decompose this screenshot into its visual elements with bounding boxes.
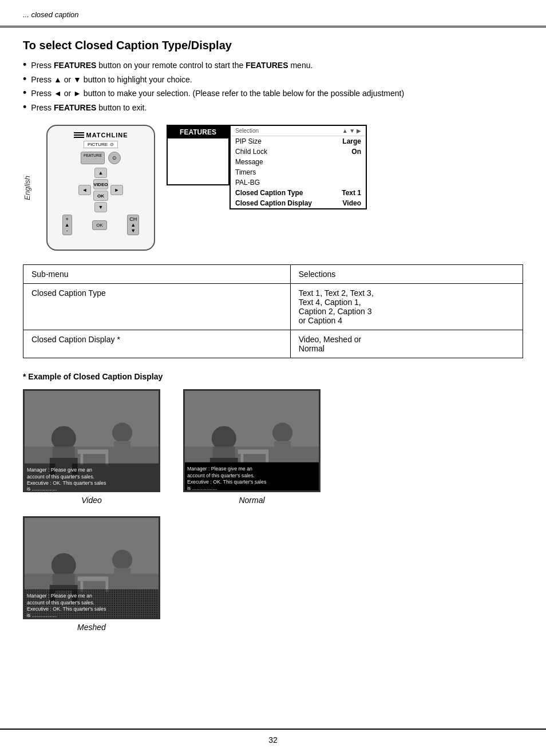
features-body [168, 138, 228, 184]
svg-text:Manager : Please give me an: Manager : Please give me an [27, 593, 92, 599]
message-label: Message [235, 158, 263, 166]
menu-item-pip-size: PIP Size Large [231, 136, 366, 147]
remote-top-buttons: FEATURE ⊙ [52, 152, 149, 164]
remote-screen-label: PICTURE ⊙ [84, 141, 118, 148]
timers-label: Timers [235, 168, 256, 176]
normal-example-label: Normal [239, 496, 264, 505]
menu-item-message: Message [231, 157, 366, 167]
svg-text:is ..................: is .................. [27, 612, 57, 618]
tv-frame-meshed: Manager : Please give me an account of t… [23, 516, 160, 619]
svg-rect-4 [50, 458, 78, 464]
meshed-example-block: Manager : Please give me an account of t… [23, 516, 160, 632]
circle-btn[interactable]: ⊙ [108, 152, 121, 164]
remote-bottom-row: +▲- OK CH▲▼ [52, 215, 149, 235]
section-title: To select Closed Caption Type/Display [23, 39, 523, 52]
nav-ok-button[interactable]: VIDEO [93, 179, 108, 189]
list-item: • Press ◄ or ► button to make your selec… [23, 88, 523, 100]
bullet-text-3: Press ◄ or ► button to make your selecti… [31, 88, 404, 100]
nav-row-bottom: ▼ [94, 202, 107, 212]
svg-text:is ..................: is .................. [27, 486, 57, 492]
features-box: FEATURES [167, 125, 230, 185]
nav-right-button[interactable]: ► [110, 185, 123, 195]
svg-point-24 [272, 423, 292, 443]
features-header: FEATURES [168, 126, 228, 138]
nav-ok-button-2[interactable]: OK [93, 191, 108, 201]
svg-text:Executive : OK. This quarter's: Executive : OK. This quarter's sales [187, 479, 267, 485]
remote-control: MATCHLINE PICTURE ⊙ FEATURE ⊙ ▲ [46, 125, 155, 251]
menu-item-closed-caption-type: Closed Caption Type Text 1 [231, 188, 366, 198]
video-example-block: Manager : Please give me an account of t… [23, 389, 160, 505]
video-example-label: Video [81, 496, 102, 505]
caption-table: Sub-menu Selections Closed Caption Type … [23, 264, 523, 358]
table-row: Closed Caption Display * Video, Meshed o… [23, 330, 523, 358]
svg-text:account of this quarter's sale: account of this quarter's sales. [27, 600, 94, 606]
brand-line [74, 134, 84, 136]
nav-left-button[interactable]: ◄ [78, 185, 91, 195]
cc-display-label: Closed Caption Display [235, 199, 312, 207]
table-header-selections: Selections [290, 265, 523, 284]
tv-scene-meshed-svg: Manager : Please give me an account of t… [25, 518, 159, 619]
pip-size-value: Large [342, 137, 361, 145]
svg-text:Manager : Please give me an: Manager : Please give me an [187, 466, 252, 472]
menu-item-pal-bg: PAL-BG [231, 177, 366, 188]
volume-btn[interactable]: +▲- [62, 215, 72, 235]
nav-row-middle: ◄ VIDEO OK ► [78, 179, 123, 201]
svg-text:Executive : OK. This quarter's: Executive : OK. This quarter's sales [27, 480, 106, 486]
page-footer: 32 [0, 729, 546, 750]
example-images-row-1: Manager : Please give me an account of t… [23, 389, 523, 505]
pal-bg-label: PAL-BG [235, 179, 260, 187]
header-caption: ... closed caption [23, 10, 523, 19]
menu-item-timers: Timers [231, 167, 366, 177]
child-lock-value: On [351, 148, 361, 156]
menu-item-closed-caption-display: Closed Caption Display Video [231, 198, 366, 208]
table-row: Closed Caption Type Text 1, Text 2, Text… [23, 284, 523, 330]
table-cell-selections-1: Text 1, Text 2, Text 3,Text 4, Caption 1… [290, 284, 523, 330]
bullet-dot: • [23, 102, 26, 112]
meshed-example-label: Meshed [77, 623, 106, 632]
list-item: • Press FEATURES button to exit. [23, 102, 523, 114]
svg-text:Executive : OK. This quarter's: Executive : OK. This quarter's sales [27, 606, 106, 612]
header-area: ... closed caption [0, 0, 546, 27]
bullet-text-1: Press FEATURES button on your remote con… [31, 60, 312, 72]
bullet-list: • Press FEATURES button on your remote c… [23, 60, 523, 113]
svg-rect-26 [238, 450, 269, 454]
main-content: To select Closed Caption Type/Display • … [0, 27, 546, 655]
ch-btn[interactable]: CH▲▼ [127, 215, 139, 235]
device-menu-row: English MATCHLINE PICTURE ⊙ [23, 125, 523, 251]
list-item: • Press FEATURES button on your remote c… [23, 60, 523, 72]
bullet-text-4: Press FEATURES button to exit. [31, 102, 147, 114]
svg-point-41 [112, 550, 132, 570]
list-item: • Press ▲ or ▼ button to highlight your … [23, 74, 523, 86]
table-cell-submenu-2: Closed Caption Display * [23, 330, 291, 358]
feature-button[interactable]: FEATURE [81, 152, 105, 164]
nav-center-group: VIDEO OK [93, 179, 108, 201]
example-title: * Example of Closed Caption Display [23, 372, 523, 381]
menu-header-nav: ▲ ▼ ▶ [342, 128, 361, 134]
cc-type-value: Text 1 [342, 189, 361, 197]
menu-list-box: Selection ▲ ▼ ▶ PIP Size Large Child Loc… [230, 125, 367, 209]
screen-label-text: PICTURE [88, 142, 108, 147]
menu-header-selection: Selection [235, 128, 259, 134]
svg-text:is ..................: is .................. [187, 485, 217, 491]
svg-point-7 [112, 423, 132, 443]
nav-row-top: ▲ [94, 168, 107, 178]
svg-text:account of this quarter's sale: account of this quarter's sales. [187, 473, 255, 479]
bullet-dot: • [23, 74, 26, 84]
svg-text:Manager : Please give me an: Manager : Please give me an [27, 468, 92, 473]
tv-frame-video: Manager : Please give me an account of t… [23, 389, 160, 492]
remote-nav-area: ▲ ◄ VIDEO OK ► ▼ [52, 168, 149, 212]
ok-rect-btn[interactable]: OK [92, 220, 107, 230]
svg-rect-8 [114, 441, 130, 455]
bullet-text-2: Press ▲ or ▼ button to highlight your ch… [31, 74, 192, 86]
tv-scene-video-svg: Manager : Please give me an account of t… [25, 391, 159, 492]
bullet-dot: • [23, 88, 26, 98]
child-lock-label: Child Lock [235, 148, 267, 156]
bullet-dot: • [23, 60, 26, 70]
menu-list-header: Selection ▲ ▼ ▶ [231, 126, 366, 136]
nav-down-button[interactable]: ▼ [94, 202, 107, 212]
cc-type-label: Closed Caption Type [235, 189, 303, 197]
onscreen-menu-area: FEATURES Selection ▲ ▼ ▶ PIP Size Large [167, 125, 523, 209]
nav-up-button[interactable]: ▲ [94, 168, 107, 178]
svg-rect-42 [114, 568, 130, 582]
sidebar-english-label: English [23, 176, 31, 200]
